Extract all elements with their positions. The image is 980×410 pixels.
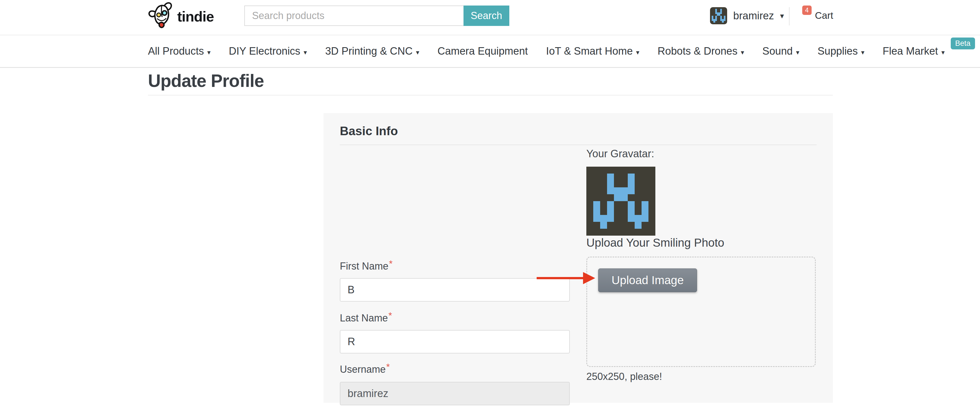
cart-label: Cart	[815, 10, 833, 21]
chevron-down-icon	[636, 45, 640, 57]
gravatar-image	[586, 167, 655, 236]
chevron-down-icon	[861, 45, 864, 57]
page: tindie Search bramirez 4 Cart All Produc…	[0, 0, 980, 410]
required-asterisk: *	[386, 361, 390, 372]
header: tindie Search bramirez 4 Cart	[0, 0, 980, 35]
cart-badge: 4	[802, 6, 811, 15]
tindie-logo[interactable]: tindie	[147, 1, 214, 32]
cart-link[interactable]: 4 Cart	[802, 6, 833, 21]
user-menu[interactable]: bramirez	[710, 7, 784, 24]
first-name-input[interactable]	[340, 278, 570, 302]
gravatar-label: Your Gravatar:	[586, 148, 654, 160]
profile-panel: Basic Info First Name* Last Name* Userna…	[323, 113, 833, 403]
nav-item-camera-equipment[interactable]: Camera Equipment	[438, 45, 528, 57]
search-button[interactable]: Search	[463, 6, 509, 26]
nav-item-all-products[interactable]: All Products	[148, 45, 211, 57]
chevron-down-icon	[780, 11, 784, 21]
username-input[interactable]	[340, 382, 570, 405]
user-name: bramirez	[733, 10, 774, 22]
logo-wordmark: tindie	[177, 8, 214, 25]
chevron-down-icon	[741, 45, 744, 57]
first-name-label: First Name*	[340, 261, 392, 272]
chevron-down-icon	[796, 45, 799, 57]
tindie-goat-icon	[147, 1, 175, 32]
required-asterisk: *	[388, 310, 392, 321]
nav-item-robots-drones[interactable]: Robots & Drones	[657, 45, 744, 57]
main-nav: All Products DIY Electronics 3D Printing…	[0, 35, 980, 68]
page-title: Update Profile	[148, 71, 264, 91]
upload-heading: Upload Your Smiling Photo	[586, 236, 724, 249]
section-divider	[340, 145, 816, 145]
upload-size-hint: 250x250, please!	[586, 371, 662, 382]
search-bar: Search	[244, 6, 509, 26]
search-input[interactable]	[244, 6, 463, 26]
nav-item-iot-smart-home[interactable]: IoT & Smart Home	[546, 45, 640, 57]
upload-image-button[interactable]: Upload Image	[598, 269, 697, 292]
nav-item-3d-printing-cnc[interactable]: 3D Printing & CNC	[325, 45, 419, 57]
section-title: Basic Info	[340, 124, 398, 138]
last-name-input[interactable]	[340, 330, 570, 353]
chevron-down-icon	[207, 45, 211, 57]
last-name-label: Last Name*	[340, 312, 391, 324]
nav-item-diy-electronics[interactable]: DIY Electronics	[229, 45, 307, 57]
required-asterisk: *	[389, 258, 393, 269]
username-label: Username*	[340, 364, 389, 375]
beta-badge: Beta	[951, 38, 975, 49]
chevron-down-icon	[416, 45, 419, 57]
chevron-down-icon	[304, 45, 307, 57]
nav-item-supplies[interactable]: Supplies	[818, 45, 864, 57]
nav-item-flea-market[interactable]: Flea Market Beta	[883, 45, 975, 57]
avatar	[710, 7, 727, 24]
chevron-down-icon	[941, 45, 945, 57]
upload-dropzone[interactable]: Upload Image	[586, 257, 816, 367]
nav-item-sound[interactable]: Sound	[762, 45, 799, 57]
title-divider	[148, 95, 833, 95]
divider	[789, 7, 789, 25]
